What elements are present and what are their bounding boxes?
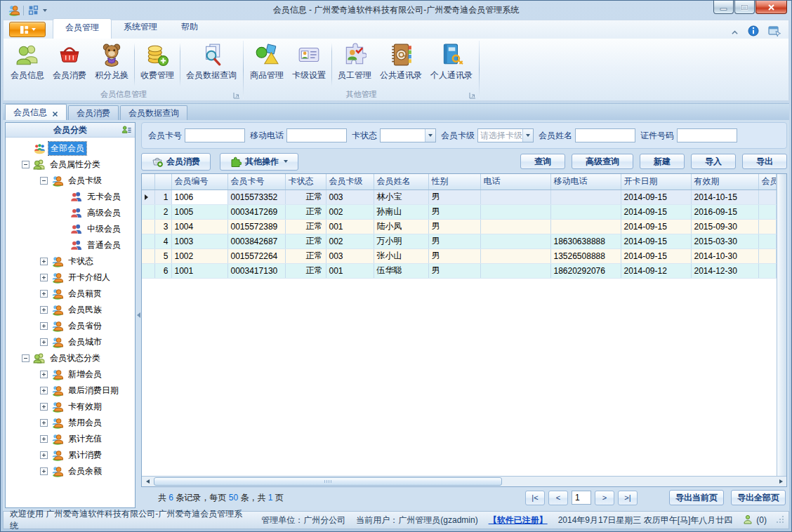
- table-cell[interactable]: 0003417130: [227, 263, 285, 278]
- table-cell[interactable]: 0015572389: [227, 219, 285, 234]
- column-header[interactable]: 会员: [758, 174, 777, 189]
- table-cell[interactable]: 2014-09-15: [621, 248, 691, 263]
- tree-item-17[interactable]: 禁用会员: [6, 415, 135, 431]
- table-cell[interactable]: [550, 219, 621, 234]
- tree-item-3[interactable]: 无卡会员: [6, 189, 135, 205]
- qat-dropdown-icon[interactable]: [43, 9, 47, 12]
- column-header[interactable]: 移动电话: [550, 174, 621, 189]
- skin-window-icon[interactable]: [768, 25, 781, 39]
- tree-item-14[interactable]: 新增会员: [6, 366, 135, 383]
- column-header[interactable]: 开卡日期: [621, 174, 691, 189]
- expand-icon[interactable]: [40, 290, 48, 298]
- table-cell[interactable]: [758, 204, 777, 219]
- horizontal-scroll-thumb[interactable]: [154, 477, 502, 486]
- other-operations-button[interactable]: 其他操作: [220, 153, 298, 171]
- table-cell[interactable]: 001: [326, 219, 374, 234]
- table-cell[interactable]: 003: [326, 248, 374, 263]
- tree-item-12[interactable]: 会员城市: [6, 334, 135, 350]
- column-header[interactable]: 有效期: [691, 174, 758, 189]
- doc-tab-1[interactable]: 会员消费: [68, 105, 119, 120]
- column-header[interactable]: 会员编号: [171, 174, 227, 189]
- table-cell[interactable]: 18620292076: [550, 263, 621, 278]
- table-cell[interactable]: 男: [428, 263, 480, 278]
- maximize-button[interactable]: [734, 1, 755, 14]
- table-cell[interactable]: 1002: [171, 248, 227, 263]
- query-button[interactable]: 查询: [520, 154, 565, 169]
- column-header[interactable]: 性别: [428, 174, 480, 189]
- dialog-launcher-icon[interactable]: [233, 91, 240, 98]
- vertical-scrollbar[interactable]: [777, 174, 786, 476]
- ribbon-button-shapes[interactable]: 商品管理: [246, 40, 288, 89]
- layout-grid-icon[interactable]: [27, 4, 39, 16]
- tree-item-16[interactable]: 卡有效期: [6, 399, 135, 415]
- registered-link[interactable]: 【软件已注册】: [489, 514, 548, 526]
- collapse-icon[interactable]: [22, 354, 29, 362]
- ribbon-tab-2[interactable]: 帮助: [169, 18, 210, 39]
- resize-grip-icon[interactable]: [776, 515, 784, 526]
- table-cell[interactable]: [550, 204, 621, 219]
- tree-item-13[interactable]: 会员状态分类: [6, 350, 135, 366]
- table-cell[interactable]: 18630638888: [550, 234, 621, 248]
- advanced-query-button[interactable]: 高级查询: [572, 154, 633, 169]
- table-cell[interactable]: [480, 219, 550, 234]
- card-no-input[interactable]: [185, 128, 245, 142]
- table-row[interactable]: 310040015572389正常001陆小凤男2014-09-152015-0…: [142, 219, 777, 234]
- prev-page-button[interactable]: <: [548, 491, 568, 505]
- horizontal-scrollbar[interactable]: [142, 476, 786, 486]
- table-cell[interactable]: 2014-10-30: [691, 248, 758, 263]
- ribbon-button-doc-search[interactable]: 会员数据查询: [182, 40, 241, 89]
- member-name-input[interactable]: [575, 128, 635, 142]
- expand-icon[interactable]: [40, 306, 48, 314]
- table-cell[interactable]: 1003: [171, 234, 227, 248]
- tree-item-19[interactable]: 累计消费: [6, 447, 135, 463]
- new-button[interactable]: 新建: [640, 154, 685, 169]
- collapse-ribbon-icon[interactable]: [731, 27, 739, 37]
- table-cell[interactable]: 0015573352: [227, 189, 285, 204]
- table-cell[interactable]: 正常: [285, 204, 326, 219]
- tree-item-15[interactable]: 最后消费日期: [6, 383, 135, 399]
- chevron-down-icon[interactable]: [425, 129, 435, 142]
- table-cell[interactable]: 陆小凤: [374, 219, 428, 234]
- expand-icon[interactable]: [40, 387, 48, 394]
- table-cell[interactable]: [758, 263, 777, 278]
- table-cell[interactable]: 正常: [285, 248, 326, 263]
- table-cell[interactable]: 2014-12-30: [691, 263, 758, 278]
- table-cell[interactable]: 2014-09-15: [621, 189, 691, 204]
- table-cell[interactable]: 张小山: [374, 248, 428, 263]
- expand-icon[interactable]: [40, 435, 48, 443]
- column-header[interactable]: 会员姓名: [374, 174, 428, 189]
- table-cell[interactable]: 002: [326, 234, 374, 248]
- table-cell[interactable]: 002: [326, 204, 374, 219]
- page-number-input[interactable]: [572, 491, 591, 505]
- table-cell[interactable]: 正常: [285, 219, 326, 234]
- table-cell[interactable]: 003: [326, 189, 374, 204]
- doc-tab-2[interactable]: 会员数据查询: [120, 105, 187, 120]
- application-menu-button[interactable]: [9, 22, 46, 37]
- ribbon-button-member-info[interactable]: 会员信息: [6, 40, 48, 89]
- export-current-page-button[interactable]: 导出当前页: [669, 490, 724, 505]
- close-button[interactable]: [755, 1, 787, 14]
- table-cell[interactable]: 001: [326, 263, 374, 278]
- info-icon[interactable]: [748, 25, 759, 39]
- table-cell[interactable]: [758, 234, 777, 248]
- panel-splitter[interactable]: [136, 122, 141, 508]
- table-row[interactable]: 510020015572264正常003张小山男135265088882014-…: [142, 248, 777, 263]
- column-header[interactable]: 电话: [480, 174, 550, 189]
- scroll-right-icon[interactable]: [775, 477, 786, 486]
- tree-item-10[interactable]: 会员民族: [6, 302, 135, 318]
- collapse-icon[interactable]: [22, 161, 29, 168]
- scroll-left-icon[interactable]: [142, 477, 153, 486]
- table-row[interactable]: 410030003842687正常002万小明男186306388882014-…: [142, 234, 777, 248]
- table-cell[interactable]: [758, 248, 777, 263]
- table-cell[interactable]: [480, 263, 550, 278]
- table-cell[interactable]: 0015572264: [227, 248, 285, 263]
- table-cell[interactable]: 正常: [285, 189, 326, 204]
- table-cell[interactable]: 正常: [285, 234, 326, 248]
- tree-item-1[interactable]: 会员属性分类: [6, 157, 135, 173]
- table-cell[interactable]: 伍华聪: [374, 263, 428, 278]
- table-cell[interactable]: 1001: [171, 263, 227, 278]
- table-cell[interactable]: 男: [428, 234, 480, 248]
- ribbon-button-teddy-bear[interactable]: 积分兑换: [91, 40, 133, 89]
- next-page-button[interactable]: >: [595, 491, 614, 505]
- table-cell[interactable]: 男: [428, 204, 480, 219]
